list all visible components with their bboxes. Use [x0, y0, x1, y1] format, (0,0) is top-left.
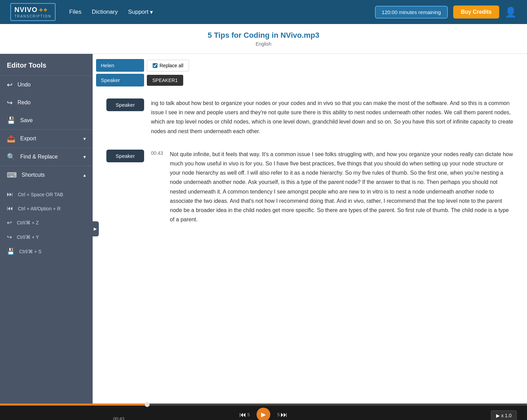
file-title: 5 Tips for Coding in NVivo.mp3	[7, 31, 520, 40]
play-button[interactable]: ▶	[257, 408, 270, 420]
sidebar-title: Editor Tools	[0, 54, 93, 76]
shortcut-icon-1: ⏮	[7, 205, 13, 212]
title-bar: 5 Tips for Coding in NVivo.mp3 English	[0, 24, 527, 54]
nav-right: 120:00 minutes remaining Buy Credits 👤	[375, 5, 517, 19]
shortcut-icon-3: ↪	[7, 233, 12, 241]
speaker-button-2[interactable]: Speaker	[106, 150, 144, 162]
sidebar: ▶ Editor Tools ↩ Undo ↪ Redo 💾 Save 📤 Ex…	[0, 54, 93, 404]
export-label: Export	[20, 136, 79, 142]
sidebar-item-find-replace[interactable]: 🔍 Find & Replace ▾	[0, 148, 93, 166]
player-controls: ⏮ 5 ▶ 5 ⏭	[239, 408, 288, 420]
undo-icon: ↩	[7, 81, 13, 89]
shortcut-item-1: ⏮ Ctrl + Alt/Option + R	[0, 201, 93, 215]
nav-dictionary[interactable]: Dictionary	[92, 9, 118, 16]
replace-all-label[interactable]: Replace all	[147, 60, 189, 71]
forward-button[interactable]: 5 ⏭	[277, 411, 288, 419]
progress-bar-fill	[0, 404, 148, 406]
find-replace-panel: Replace all SPEAKER1	[96, 59, 189, 86]
transcript-block-2: Speaker 00:43 Not quite infinite, but it…	[106, 150, 513, 224]
save-icon: 💾	[7, 116, 15, 125]
logo: NVIVO ❖❖ TRANSCRIPTION	[10, 3, 56, 21]
find-replace-arrow-icon: ▾	[83, 154, 86, 160]
find-input[interactable]	[96, 59, 144, 72]
sidebar-item-save[interactable]: 💾 Save	[0, 112, 93, 129]
logo-dots: ❖❖	[39, 7, 48, 13]
shortcut-label-3: Ctrl/⌘ + Y	[17, 234, 39, 240]
logo-subtitle: TRANSCRIPTION	[14, 14, 51, 18]
progress-bar-container[interactable]	[0, 404, 527, 406]
speed-button[interactable]: ▶ x 1.0	[491, 410, 517, 420]
logo-text: NVIVO	[14, 6, 37, 14]
chevron-down-icon: ▾	[150, 9, 153, 16]
shortcut-item-0: ⏭ Ctrl + Space OR TAB	[0, 187, 93, 201]
speaker-button-1[interactable]: Speaker	[106, 98, 144, 111]
shortcut-label-4: Ctrl/⌘ + S	[19, 249, 42, 254]
player-current-time: 00:43	[113, 416, 125, 420]
shortcuts-arrow-icon: ▴	[83, 172, 86, 178]
navbar: NVIVO ❖❖ TRANSCRIPTION Files Dictionary …	[0, 0, 527, 24]
nav-support[interactable]: Support ▾	[128, 9, 153, 16]
shortcuts-label: Shortcuts	[22, 172, 79, 178]
redo-icon: ↪	[7, 98, 13, 107]
main-layout: ▶ Editor Tools ↩ Undo ↪ Redo 💾 Save 📤 Ex…	[0, 54, 527, 404]
progress-thumb	[145, 402, 150, 407]
shortcut-icon-4: 💾	[7, 248, 14, 255]
nav-files[interactable]: Files	[69, 9, 82, 16]
replace-all-checkbox[interactable]	[153, 63, 157, 68]
transcript-text-2: Not quite infinite, but it feels that wa…	[170, 150, 513, 224]
buy-credits-button[interactable]: Buy Credits	[453, 5, 499, 19]
sidebar-toggle[interactable]: ▶	[91, 221, 99, 236]
shortcut-item-4: 💾 Ctrl/⌘ + S	[0, 244, 93, 259]
save-label: Save	[20, 117, 86, 124]
transcript-row-1: Speaker ing to talk about how best to or…	[106, 98, 513, 136]
shortcut-item-2: ↩ Ctrl/⌘ + Z	[0, 215, 93, 230]
undo-label: Undo	[17, 82, 86, 88]
shortcut-item-3: ↪ Ctrl/⌘ + Y	[0, 230, 93, 244]
export-arrow-icon: ▾	[83, 136, 86, 141]
shortcuts-section: ⏭ Ctrl + Space OR TAB ⏮ Ctrl + Alt/Optio…	[0, 184, 93, 262]
shortcuts-icon: ⌨	[7, 171, 17, 179]
transcript-row-2: Speaker 00:43 Not quite infinite, but it…	[106, 150, 513, 224]
speaker-dropdown-button[interactable]: SPEAKER1	[147, 75, 183, 86]
sidebar-item-export[interactable]: 📤 Export ▾	[0, 129, 93, 148]
content-area: Replace all SPEAKER1 Speaker ing to talk…	[93, 54, 527, 404]
shortcut-label-2: Ctrl/⌘ + Z	[17, 220, 39, 225]
find-row: Replace all	[96, 59, 189, 72]
nav-links: Files Dictionary Support ▾	[69, 9, 375, 16]
sidebar-item-redo[interactable]: ↪ Redo	[0, 94, 93, 112]
shortcut-label-0: Ctrl + Space OR TAB	[18, 192, 63, 197]
minutes-remaining-badge: 120:00 minutes remaining	[375, 6, 448, 19]
shortcut-icon-2: ↩	[7, 219, 12, 226]
find-replace-icon: 🔍	[7, 153, 15, 161]
file-language: English	[7, 41, 520, 47]
sidebar-item-undo[interactable]: ↩ Undo	[0, 76, 93, 94]
logo-box: NVIVO ❖❖ TRANSCRIPTION	[10, 3, 56, 21]
transcript-text-1: ing to talk about how best to organize y…	[151, 98, 513, 136]
shortcut-icon-0: ⏭	[7, 191, 13, 198]
redo-label: Redo	[17, 100, 86, 106]
find-replace-label: Find & Replace	[20, 154, 79, 160]
replace-row: SPEAKER1	[96, 74, 189, 86]
bottom-player: 00:43 ⏮ 5 ▶ 5 ⏭ ▶ x 1.0	[0, 404, 527, 420]
replace-input[interactable]	[96, 74, 144, 86]
sidebar-item-shortcuts[interactable]: ⌨ Shortcuts ▴	[0, 166, 93, 184]
timestamp-2: 00:43	[151, 150, 163, 156]
user-icon[interactable]: 👤	[505, 7, 517, 18]
shortcut-label-1: Ctrl + Alt/Option + R	[18, 206, 61, 211]
export-icon: 📤	[7, 135, 15, 143]
transcript-block-1: Speaker ing to talk about how best to or…	[106, 98, 513, 136]
rewind-button[interactable]: ⏮ 5	[239, 411, 250, 419]
